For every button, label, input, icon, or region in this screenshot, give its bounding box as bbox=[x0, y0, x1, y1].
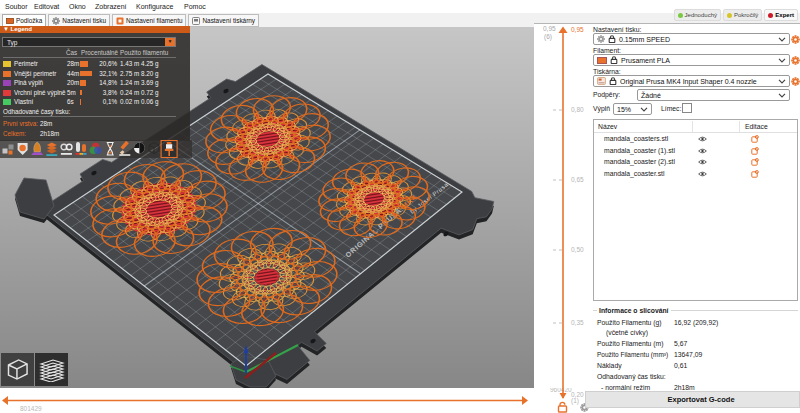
svg-text:0,95: 0,95 bbox=[543, 25, 556, 32]
svg-text:(1): (1) bbox=[571, 397, 579, 405]
svg-text:0,80: 0,80 bbox=[571, 106, 584, 113]
svg-text:(6): (6) bbox=[544, 33, 552, 41]
svg-text:0,65: 0,65 bbox=[571, 176, 584, 183]
svg-text:801429: 801429 bbox=[20, 405, 42, 412]
svg-text:0,95: 0,95 bbox=[571, 26, 584, 33]
svg-text:0,35: 0,35 bbox=[571, 319, 584, 326]
svg-text:0,50: 0,50 bbox=[571, 246, 584, 253]
